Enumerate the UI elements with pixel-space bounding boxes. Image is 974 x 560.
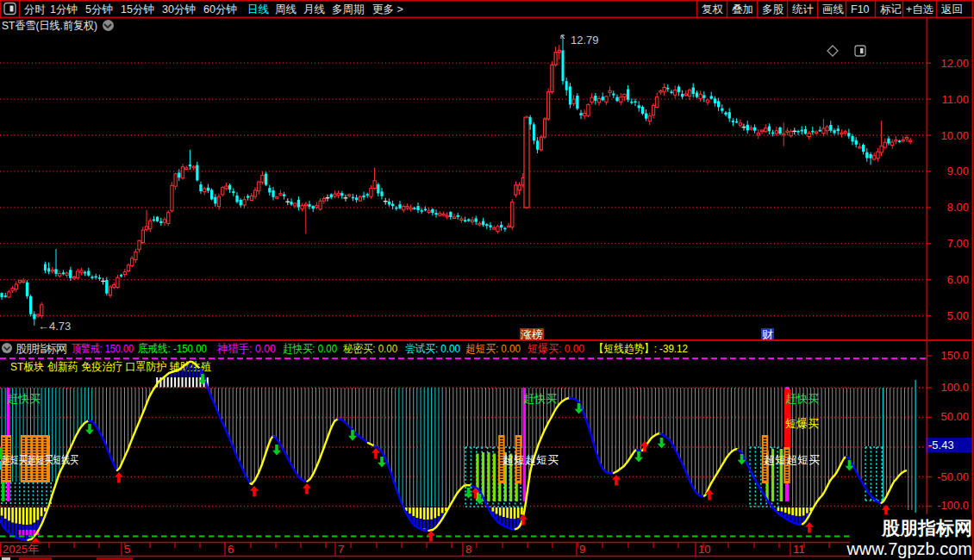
svg-text:ST香雪(日线.前复权): ST香雪(日线.前复权) (2, 19, 97, 32)
svg-text:顶警戒: 150.00: 顶警戒: 150.00 (72, 342, 134, 355)
svg-text:周线: 周线 (275, 3, 297, 16)
svg-text:8: 8 (465, 543, 471, 556)
svg-text:150.0: 150.0 (940, 349, 969, 362)
svg-text:6: 6 (228, 543, 234, 556)
svg-text:复权: 复权 (702, 3, 724, 16)
svg-text:超短买: 0.00: 超短买: 0.00 (465, 342, 521, 355)
svg-text:60分钟: 60分钟 (203, 3, 237, 16)
svg-text:多周期: 多周期 (332, 3, 365, 16)
svg-text:月线: 月线 (303, 3, 325, 16)
svg-text:100.0: 100.0 (940, 381, 969, 394)
svg-text:赶快买: 赶快买 (7, 392, 41, 405)
svg-text:F10: F10 (851, 3, 870, 16)
svg-text:15分钟: 15分钟 (121, 3, 154, 16)
svg-text:秘密买: 0.00: 秘密买: 0.00 (343, 342, 397, 355)
svg-text:叠加: 叠加 (732, 3, 753, 16)
svg-text:11: 11 (793, 543, 805, 556)
svg-text:神猎手: 0.00: 神猎手: 0.00 (216, 342, 276, 355)
svg-text:1分钟: 1分钟 (50, 3, 78, 16)
svg-text:赶快买: 赶快买 (523, 392, 557, 405)
svg-text:涨榜: 涨榜 (521, 328, 543, 341)
svg-text:超短超短买: 超短超短买 (764, 453, 820, 466)
svg-text:www.7gpzb.com: www.7gpzb.com (846, 539, 972, 558)
svg-text:股朋指标网: 股朋指标网 (16, 342, 67, 355)
svg-text:【短线趋势】: -39.12: 【短线趋势】: -39.12 (594, 342, 688, 355)
svg-text:短爆买: 短爆买 (785, 417, 819, 430)
svg-text:10: 10 (698, 543, 710, 556)
svg-text:短爆买: 0.00: 短爆买: 0.00 (528, 342, 584, 355)
svg-text:统计: 统计 (792, 3, 815, 16)
svg-text:ST板块 创新药 免疫治疗 口罩防护 辅助生殖: ST板块 创新药 免疫治疗 口罩防护 辅助生殖 (10, 360, 211, 373)
svg-text:12.79: 12.79 (571, 34, 599, 47)
svg-text:+自选: +自选 (906, 3, 933, 16)
svg-text:30分钟: 30分钟 (162, 3, 196, 16)
svg-text:7.00: 7.00 (947, 237, 969, 250)
svg-text:2025年: 2025年 (3, 543, 39, 556)
svg-text:9.00: 9.00 (947, 165, 969, 177)
svg-text:赶快买: 0.00: 赶快买: 0.00 (283, 342, 337, 355)
svg-text:底戒线: -150.00: 底戒线: -150.00 (138, 342, 207, 355)
svg-text:9: 9 (579, 543, 585, 556)
svg-text:赶快买: 赶快买 (785, 392, 819, 405)
svg-text:日线: 日线 (247, 3, 269, 16)
svg-text:-50.00: -50.00 (937, 470, 969, 483)
svg-text:超短买超短买短线买: 超短买超短买短线买 (2, 453, 78, 466)
svg-text:-5.43: -5.43 (928, 439, 954, 451)
svg-text:8.00: 8.00 (947, 201, 969, 214)
svg-text:←4.73: ←4.73 (38, 320, 71, 333)
svg-text:10.00: 10.00 (940, 129, 969, 142)
svg-text:12.00: 12.00 (940, 57, 969, 70)
svg-text:多股: 多股 (762, 3, 784, 16)
svg-text:-100.0: -100.0 (937, 499, 969, 512)
svg-text:6.00: 6.00 (947, 273, 969, 286)
svg-text:分时: 分时 (24, 3, 46, 16)
svg-text:标记: 标记 (880, 3, 902, 16)
svg-text:7: 7 (338, 543, 344, 556)
svg-text:11.00: 11.00 (941, 93, 969, 106)
svg-text:5分钟: 5分钟 (85, 3, 113, 16)
svg-text:画线: 画线 (822, 3, 844, 16)
svg-text:股朋指标网: 股朋指标网 (881, 518, 972, 538)
svg-text:财: 财 (762, 328, 773, 341)
svg-text:更多 >: 更多 > (372, 3, 403, 16)
svg-text:超短超短买: 超短超短买 (503, 453, 559, 466)
svg-text:尝试买: 0.00: 尝试买: 0.00 (405, 342, 460, 355)
svg-text:5.00: 5.00 (947, 309, 969, 322)
svg-text:返回: 返回 (941, 3, 963, 16)
svg-text:50.00: 50.00 (940, 410, 969, 423)
